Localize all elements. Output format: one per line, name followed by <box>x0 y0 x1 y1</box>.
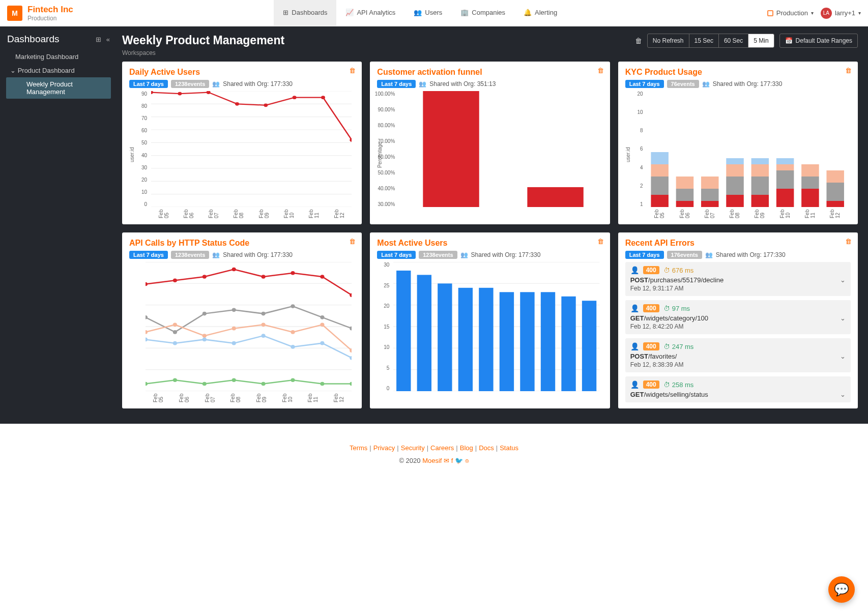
footer-link-blog[interactable]: Blog <box>460 444 473 452</box>
chevron-down-icon[interactable]: ⌄ <box>840 314 846 322</box>
chevron-down-icon[interactable]: ⌄ <box>840 391 846 398</box>
delete-card-icon[interactable]: 🗑 <box>349 67 356 74</box>
request-path: GET/widgets/category/100 <box>630 314 846 322</box>
topnav-item-users[interactable]: 👥Users <box>404 0 451 26</box>
chart-funnel: Percentage 100.00%90.00%80.00%70.00%60.0… <box>377 91 602 218</box>
nav-icon: ⊞ <box>283 9 288 16</box>
svg-point-73 <box>202 334 207 338</box>
github-icon[interactable]: ⌾ <box>465 457 469 464</box>
refresh-option[interactable]: No Refresh <box>648 34 689 47</box>
topnav-item-dashboards[interactable]: ⊞Dashboards <box>274 0 336 26</box>
svg-point-61 <box>320 275 324 279</box>
footer-link-security[interactable]: Security <box>401 444 425 452</box>
card-errors[interactable]: 🗑 Recent API Errors Last 7 days 176event… <box>618 232 858 408</box>
svg-rect-47 <box>826 170 844 183</box>
nav-icon: 👥 <box>414 9 422 16</box>
svg-rect-42 <box>801 189 819 207</box>
brand-link[interactable]: Moesif <box>422 457 442 464</box>
svg-point-80 <box>173 341 177 345</box>
nav-icon: 📈 <box>345 9 354 16</box>
svg-rect-20 <box>651 195 669 207</box>
chart-dau: user.id 9080706050403020100Feb 05Feb 06F… <box>129 91 355 218</box>
sidebar-item-product[interactable]: ⌄ Product Dashboard <box>0 64 117 77</box>
card-funnel[interactable]: 🗑 Customer activation funnel Last 7 days… <box>370 62 610 224</box>
footer-link-status[interactable]: Status <box>500 444 518 452</box>
logo-icon: M <box>7 6 22 21</box>
svg-point-72 <box>173 323 177 327</box>
chevron-down-icon[interactable]: ⌄ <box>840 353 846 360</box>
svg-point-69 <box>320 315 324 319</box>
timestamp: Feb 12, 9:31:17 AM <box>630 285 846 292</box>
mail-icon[interactable]: ✉ <box>444 457 449 464</box>
chart-by-status: Feb 05Feb 06Feb 07Feb 08Feb 09Feb 10Feb … <box>129 262 355 402</box>
delete-card-icon[interactable]: 🗑 <box>597 67 604 74</box>
svg-rect-27 <box>701 201 719 207</box>
brand-name[interactable]: Fintech Inc <box>27 5 73 15</box>
svg-point-77 <box>320 323 324 327</box>
page-subtitle: Workspaces <box>122 49 284 56</box>
card-kyc[interactable]: 🗑 KYC Product Usage Last 7 days 76events… <box>618 62 858 224</box>
range-badge: Last 7 days <box>625 251 664 259</box>
delete-card-icon[interactable]: 🗑 <box>845 238 852 245</box>
delete-card-icon[interactable]: 🗑 <box>349 238 356 245</box>
svg-point-81 <box>202 338 207 342</box>
date-range-button[interactable]: 📅 Default Date Ranges <box>779 34 858 48</box>
card-title: Customer activation funnel <box>377 68 602 77</box>
refresh-option[interactable]: 5 Min <box>748 34 773 47</box>
duration: ⏱ 258 ms <box>663 381 694 389</box>
svg-point-83 <box>262 334 266 338</box>
chevron-down-icon[interactable]: ⌄ <box>840 276 846 284</box>
add-dashboard-icon[interactable]: ⊞ <box>96 36 101 43</box>
error-item[interactable]: 👤 400 ⏱ 676 ms POST/purchases/55179/decl… <box>625 262 851 296</box>
card-by-status[interactable]: 🗑 API Calls by HTTP Status Code Last 7 d… <box>122 232 362 408</box>
svg-point-91 <box>262 382 266 386</box>
share-icon: 👥 <box>705 251 713 258</box>
svg-point-13 <box>235 102 239 106</box>
svg-rect-104 <box>438 283 452 391</box>
error-item[interactable]: 👤 400 ⏱ 97 ms GET/widgets/category/100 F… <box>625 300 851 334</box>
delete-dashboard-icon[interactable]: 🗑 <box>635 37 642 45</box>
svg-point-85 <box>320 341 324 345</box>
footer-link-privacy[interactable]: Privacy <box>373 444 395 452</box>
svg-point-65 <box>202 312 207 316</box>
svg-rect-108 <box>520 292 535 391</box>
card-most-active[interactable]: 🗑 Most Active Users Last 7 days 1238even… <box>370 232 610 408</box>
footer-link-docs[interactable]: Docs <box>479 444 494 452</box>
topnav-item-companies[interactable]: 🏢Companies <box>451 0 514 26</box>
brand-env: Production <box>27 15 73 22</box>
clock-icon: ⏱ <box>663 343 670 350</box>
sidebar-item-weekly-pm[interactable]: Weekly Product Management <box>6 77 111 99</box>
collapse-sidebar-icon[interactable]: « <box>106 36 110 43</box>
chart-most-active: 302520151050 <box>377 262 602 402</box>
card-dau[interactable]: 🗑 Daily Active Users Last 7 days 1238eve… <box>122 62 362 224</box>
svg-point-74 <box>232 327 236 331</box>
user-menu[interactable]: LA larry+1 ▾ <box>821 8 861 19</box>
twitter-icon[interactable]: 🐦 <box>455 457 463 464</box>
topnav-item-alerting[interactable]: 🔔Alerting <box>514 0 566 26</box>
footer-link-careers[interactable]: Careers <box>430 444 454 452</box>
footer-link-terms[interactable]: Terms <box>350 444 367 452</box>
svg-point-71 <box>146 330 148 334</box>
card-title: API Calls by HTTP Status Code <box>129 239 355 248</box>
svg-rect-107 <box>500 292 514 391</box>
svg-rect-25 <box>676 189 693 201</box>
svg-point-89 <box>202 382 207 386</box>
env-switcher[interactable]: Production ▾ <box>767 9 814 17</box>
error-item[interactable]: 👤 400 ⏱ 258 ms GET/widgets/selling/statu… <box>625 376 851 402</box>
delete-card-icon[interactable]: 🗑 <box>597 238 604 245</box>
svg-point-79 <box>146 338 148 342</box>
refresh-option[interactable]: 60 Sec <box>719 34 748 47</box>
error-item[interactable]: 👤 400 ⏱ 247 ms POST/favorites/ Feb 12, 8… <box>625 338 851 372</box>
clock-icon: ⏱ <box>663 267 670 274</box>
sidebar: Dashboards ⊞ « Marketing Dashboard ⌄ Pro… <box>0 26 117 424</box>
svg-point-60 <box>291 271 295 275</box>
refresh-option[interactable]: 15 Sec <box>689 34 719 47</box>
shared-label: Shared with Org: 177:330 <box>223 251 293 258</box>
clock-icon: ⏱ <box>663 305 670 312</box>
sidebar-item-marketing[interactable]: Marketing Dashboard <box>0 50 117 64</box>
delete-card-icon[interactable]: 🗑 <box>845 67 852 74</box>
facebook-icon[interactable]: f <box>451 457 453 464</box>
topnav-item-api-analytics[interactable]: 📈API Analytics <box>336 0 404 26</box>
svg-rect-19 <box>528 187 584 207</box>
svg-rect-39 <box>776 170 794 189</box>
